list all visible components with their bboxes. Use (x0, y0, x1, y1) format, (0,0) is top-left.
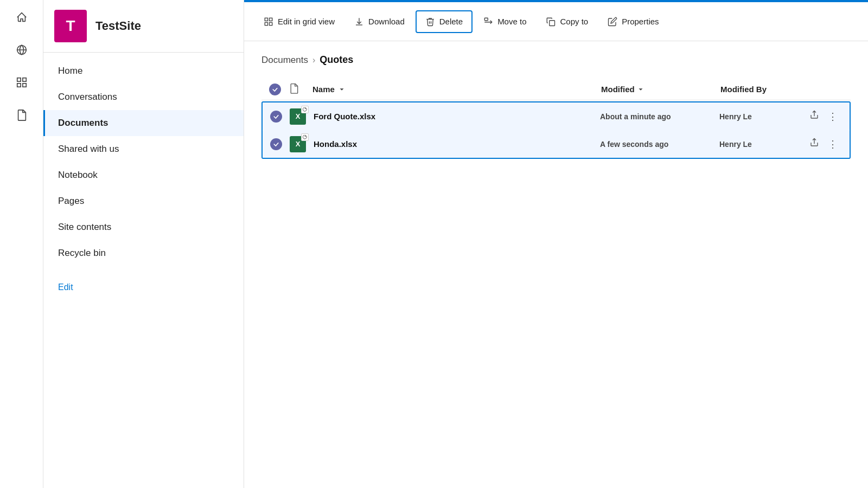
grid-app-icon[interactable] (11, 72, 33, 93)
nav-item-shared[interactable]: Shared with us (43, 136, 244, 162)
svg-rect-1 (17, 78, 20, 81)
download-button[interactable]: Download (346, 11, 413, 32)
row1-checkbox[interactable] (263, 111, 290, 123)
row1-type-icon: X (290, 108, 314, 125)
move-to-button[interactable]: Move to (475, 11, 535, 32)
row2-name: Honda.xlsx (314, 139, 600, 149)
excel-badge (301, 106, 309, 113)
header-type (289, 83, 312, 95)
excel-file-icon: X (290, 136, 306, 152)
row1-share-button[interactable] (806, 108, 822, 125)
file-type-icon (289, 83, 299, 94)
left-rail (0, 0, 43, 488)
excel-badge (301, 133, 309, 141)
header-checkbox[interactable] (261, 84, 289, 95)
row2-share-button[interactable] (806, 136, 822, 152)
sync-icon (303, 107, 307, 112)
nav-item-conversations[interactable]: Conversations (43, 84, 244, 110)
main-area: Edit in grid view Download Delete Move t… (244, 0, 868, 488)
header-modifier: Modified By (720, 85, 807, 94)
content-area: Documents › Quotes Name (244, 41, 868, 488)
select-all-check[interactable] (269, 84, 281, 95)
row2-modifier: Henry Le (719, 139, 806, 149)
checkmark-icon (273, 141, 279, 147)
page-icon[interactable] (11, 104, 33, 126)
globe-icon[interactable] (11, 39, 33, 61)
edit-grid-icon (264, 17, 273, 27)
copy-icon (546, 17, 556, 27)
table-row[interactable]: X Honda.xlsx A few seconds ago (263, 130, 850, 158)
share-icon (809, 138, 819, 147)
row1-more-button[interactable]: ⋮ (825, 108, 841, 125)
breadcrumb-separator: › (312, 55, 315, 65)
nav-list: Home Conversations Documents Shared with… (43, 53, 244, 305)
row2-modified: A few seconds ago (600, 140, 719, 149)
svg-rect-2 (22, 78, 25, 81)
copy-to-button[interactable]: Copy to (537, 11, 597, 32)
move-icon (483, 17, 493, 27)
row2-type-icon: X (290, 136, 314, 152)
row1-modifier: Henry Le (719, 112, 806, 121)
excel-file-icon: X (290, 108, 306, 125)
toolbar: Edit in grid view Download Delete Move t… (244, 2, 868, 41)
site-logo: T (54, 10, 87, 42)
properties-button[interactable]: Properties (599, 11, 667, 32)
edit-grid-view-button[interactable]: Edit in grid view (255, 11, 343, 32)
row1-name: Ford Quote.xlsx (314, 112, 600, 121)
sort-icon (338, 86, 346, 93)
row2-check-circle (270, 138, 282, 150)
svg-rect-6 (270, 18, 272, 21)
sidebar: T TestSite Home Conversations Documents … (43, 0, 244, 488)
sync-icon (303, 135, 307, 139)
home-icon[interactable] (11, 7, 33, 28)
nav-item-pages[interactable]: Pages (43, 188, 244, 214)
svg-rect-8 (270, 22, 272, 25)
row2-more-button[interactable]: ⋮ (825, 136, 841, 152)
site-name: TestSite (95, 19, 141, 33)
properties-icon (608, 17, 617, 27)
nav-item-edit[interactable]: Edit (43, 266, 244, 300)
share-icon (809, 110, 819, 120)
breadcrumb: Documents › Quotes (261, 54, 851, 66)
svg-rect-10 (550, 20, 555, 25)
row1-actions: ⋮ (806, 108, 850, 125)
header-modified[interactable]: Modified (601, 85, 720, 94)
svg-rect-7 (265, 22, 267, 25)
svg-rect-9 (484, 18, 488, 21)
row1-modified: About a minute ago (600, 112, 719, 121)
nav-item-site-contents[interactable]: Site contents (43, 214, 244, 240)
row2-actions: ⋮ (806, 136, 850, 152)
nav-item-documents[interactable]: Documents (43, 110, 244, 136)
checkmark-icon (273, 113, 279, 120)
download-icon (354, 17, 364, 27)
delete-button[interactable]: Delete (416, 10, 473, 33)
breadcrumb-parent[interactable]: Documents (261, 55, 308, 66)
svg-rect-5 (265, 18, 267, 21)
nav-item-home[interactable]: Home (43, 58, 244, 84)
table-row[interactable]: X Ford Quote.xlsx About a minute ago (263, 102, 850, 130)
site-header: T TestSite (43, 0, 244, 53)
breadcrumb-current: Quotes (320, 54, 353, 66)
nav-item-recycle-bin[interactable]: Recycle bin (43, 240, 244, 266)
delete-icon (425, 17, 435, 27)
selected-files-group: X Ford Quote.xlsx About a minute ago (261, 101, 851, 159)
header-name[interactable]: Name (312, 85, 601, 94)
nav-item-notebook[interactable]: Notebook (43, 162, 244, 188)
row1-check-circle (270, 111, 282, 123)
modified-sort-icon (637, 86, 644, 93)
checkmark-icon (272, 86, 278, 93)
row2-checkbox[interactable] (263, 138, 290, 150)
svg-rect-3 (17, 84, 20, 87)
file-list-header: Name Modified Modified By (261, 79, 851, 100)
svg-rect-4 (22, 84, 25, 87)
